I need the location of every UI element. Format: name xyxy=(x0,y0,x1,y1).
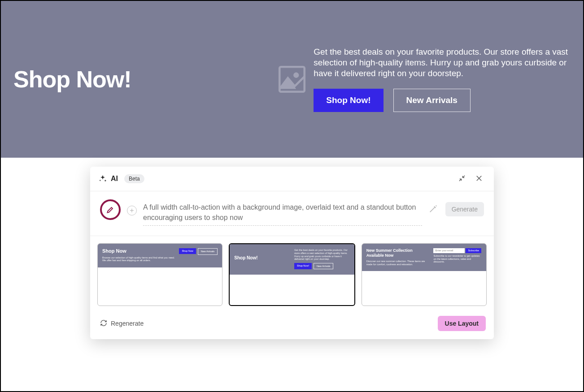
layout1-btn-primary: Shop Now xyxy=(179,248,196,254)
layout1-desc: Browse our selection of high-quality ite… xyxy=(102,256,176,262)
prompt-input[interactable]: A full width call-to-action with a backg… xyxy=(143,202,422,226)
layout3-desc: Discover our new summer collection. Thes… xyxy=(366,260,429,266)
ai-label: AI Beta xyxy=(98,174,144,183)
edit-mode-icon[interactable] xyxy=(100,199,121,220)
layout3-title: New Summer Collection Available Now xyxy=(366,248,429,258)
minimize-icon xyxy=(458,174,466,184)
close-button[interactable] xyxy=(472,172,486,185)
beta-badge: Beta xyxy=(124,174,144,183)
shop-now-button[interactable]: Shop Now! xyxy=(314,89,383,112)
layout-option-1[interactable]: Shop Now Browse our selection of high-qu… xyxy=(97,243,222,306)
sparkle-icon xyxy=(98,174,107,183)
ai-panel: AI Beta + xyxy=(90,167,494,339)
plus-icon: + xyxy=(130,207,134,215)
layout-option-2[interactable]: Shop Now! Get the best deals on your fav… xyxy=(229,243,355,306)
use-layout-button[interactable]: Use Layout xyxy=(438,316,486,331)
prompt-text[interactable]: A full width call-to-action with a backg… xyxy=(143,202,422,223)
layout1-btn-secondary: New Arrivals xyxy=(198,248,218,255)
regenerate-button[interactable]: Regenerate xyxy=(100,319,144,328)
hero-buttons: Shop Now! New Arrivals xyxy=(314,89,571,112)
hero-left: Shop Now! xyxy=(13,66,270,93)
layout2-btn-primary: Shop Now! xyxy=(294,263,312,270)
layout1-title: Shop Now xyxy=(102,248,176,254)
image-placeholder-icon xyxy=(275,63,309,96)
refresh-icon xyxy=(100,319,107,328)
ai-prompt-row: + A full width call-to-action with a bac… xyxy=(90,191,494,236)
hero-title: Shop Now! xyxy=(13,66,131,93)
ai-text: AI xyxy=(111,175,118,183)
svg-point-1 xyxy=(293,73,299,78)
add-button[interactable]: + xyxy=(127,206,137,215)
hero-right: Get the best deals on your favorite prod… xyxy=(288,47,571,112)
ai-panel-footer: Regenerate Use Layout xyxy=(90,310,494,339)
wand-icon[interactable] xyxy=(428,204,439,215)
layout3-subscribe-button: Subscribe xyxy=(466,248,481,253)
regenerate-label: Regenerate xyxy=(111,320,144,327)
layouts-row: Shop Now Browse our selection of high-qu… xyxy=(90,236,494,310)
minimize-button[interactable] xyxy=(455,172,469,185)
layout3-email-input: Enter your email xyxy=(433,248,465,253)
layout3-sub-desc: Subscribe to our newsletter to get updat… xyxy=(433,254,482,263)
hero-section: Shop Now! Get the best deals on your fav… xyxy=(1,1,583,158)
layout2-btn-secondary: New Arrivals xyxy=(314,263,334,270)
hero-description: Get the best deals on your favorite prod… xyxy=(314,47,571,79)
close-icon xyxy=(475,174,483,184)
layout2-title: Shop Now! xyxy=(234,255,257,261)
layout-option-3[interactable]: New Summer Collection Available Now Disc… xyxy=(362,243,487,306)
generate-button[interactable]: Generate xyxy=(445,202,484,216)
layout2-desc: Get the best deals on your favorite prod… xyxy=(294,249,350,260)
new-arrivals-button[interactable]: New Arrivals xyxy=(393,89,471,112)
ai-panel-header: AI Beta xyxy=(90,167,494,191)
